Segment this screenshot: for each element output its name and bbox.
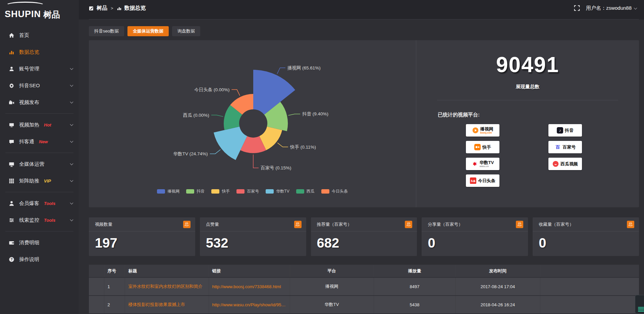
tab-0[interactable]: 抖音seo数据 — [89, 26, 124, 36]
pie-label: 播视网 (65.61%) — [287, 65, 321, 70]
total-impressions-value: 90491 — [416, 52, 639, 77]
table-header-0: 序号 — [104, 265, 125, 277]
sidebar-item-video-heat[interactable]: 视频加热Hot — [0, 117, 79, 133]
cell-platform: 播视网 — [290, 277, 374, 296]
legend-label: 西瓜 — [307, 189, 315, 194]
sidebar: SHUPIN 树品 首页数据总览账号管理抖音SEO视频发布视频加热Hot抖客通N… — [0, 0, 79, 314]
stat-card-2: 推荐量（百家号）总682 — [311, 217, 417, 256]
cell-title[interactable]: 室外水纹灯和室内水纹灯的区别和简介 — [125, 277, 209, 296]
sidebar-item-badge: New — [39, 139, 48, 144]
stat-card-0: 视频数量总197 — [89, 217, 195, 256]
legend-item[interactable]: 抖音 — [186, 189, 205, 194]
platform-badge-xigua: 西瓜视频 — [548, 158, 582, 170]
sidebar-item-data-overview[interactable]: 数据总览 — [0, 44, 79, 60]
sidebar-item-op-guide[interactable]: ?操作说明 — [0, 252, 79, 267]
cell-link[interactable]: http://www.wasu.cn/Play/show/id/952... — [209, 296, 290, 314]
bar-chart-icon — [9, 49, 14, 55]
sliders-icon — [9, 217, 14, 223]
sidebar-item-douketong[interactable]: 抖客通New — [0, 134, 79, 149]
chevron-down-icon — [70, 218, 73, 221]
user-label: 用户名：zswodun88 — [586, 5, 632, 11]
sidebar-item-label: 账号管理 — [19, 66, 39, 72]
sidebar-item-label: 视频发布 — [19, 99, 39, 106]
divider — [437, 100, 618, 100]
legend-item[interactable]: 今日头条 — [321, 189, 348, 194]
cell-plays: 5438 — [374, 296, 455, 314]
sidebar-item-label: 会员爆客 — [19, 200, 39, 207]
sidebar-item-badge: Tools — [44, 201, 55, 206]
sidebar-item-media-operation[interactable]: 全媒体运营 — [0, 156, 79, 172]
legend-label: 今日头条 — [332, 189, 348, 194]
total-badge: 总 — [627, 221, 634, 228]
tab-1[interactable]: 全媒体运营数据 — [127, 26, 169, 36]
tab-2[interactable]: 询盘数据 — [172, 26, 200, 36]
legend-item[interactable]: 百家号 — [236, 189, 259, 194]
video-icon — [9, 100, 14, 105]
platform-badge-baijiahao: 百百家号 — [548, 141, 582, 153]
legend-item[interactable]: 播视网 — [157, 189, 179, 194]
legend-swatch — [296, 189, 304, 194]
stat-card-title: 点赞量 — [206, 221, 219, 227]
stat-card-header: 推荐量（百家号）总 — [311, 217, 417, 231]
pie-label: 百家号 (0.15%) — [261, 165, 291, 170]
sidebar-item-label: 抖音SEO — [19, 83, 40, 89]
pie-label-line — [277, 68, 285, 74]
stat-cards-row: 视频数量总197点赞量总532推荐量（百家号）总682分享量（百家号）总0收藏量… — [89, 217, 639, 256]
pie-slice-4[interactable] — [214, 126, 247, 160]
user-menu[interactable]: 用户名：zswodun88 — [586, 5, 637, 11]
platform-badge-kuaishou: 快手 — [466, 141, 499, 153]
sidebar-item-badge: Hot — [44, 122, 51, 127]
pie-label: 今日头条 (0.00%) — [194, 87, 229, 92]
toutiao-logo: 头条 — [470, 177, 476, 184]
total-badge: 总 — [294, 221, 302, 228]
breadcrumb-separator: > — [111, 6, 113, 11]
legend-item[interactable]: 华数TV — [266, 189, 289, 194]
stat-card-1: 点赞量总532 — [200, 217, 306, 256]
sidebar-item-label: 视频加热 — [19, 122, 39, 128]
platform-sub: wasu.cn — [480, 165, 494, 167]
table-header-4: 播放量 — [374, 265, 455, 277]
breadcrumb-root[interactable]: 树品 — [97, 5, 107, 12]
svg-text:百: 百 — [555, 145, 560, 150]
chevron-down-icon — [70, 83, 73, 87]
table-header-2: 链接 — [209, 265, 290, 277]
stat-card-header: 点赞量总 — [200, 217, 306, 231]
legend-swatch — [236, 189, 245, 194]
sidebar-item-consume-detail[interactable]: 消费明细 — [0, 235, 79, 250]
sidebar-item-matrix-boost[interactable]: 矩阵助推VIP — [0, 173, 79, 189]
kuaishou-logo — [474, 144, 481, 150]
video-table: 序号标题链接平台播放量发布时间 1室外水纹灯和室内水纹灯的区别和简介http:/… — [89, 265, 639, 314]
legend-swatch — [266, 189, 274, 194]
table-row-1: 2楼体投影灯投影效果震撼上市http://www.wasu.cn/Play/sh… — [89, 296, 639, 314]
pie-label-line — [277, 143, 288, 147]
row-select-cell — [89, 296, 104, 314]
legend-item[interactable]: 西瓜 — [296, 189, 315, 194]
sidebar-divider — [5, 153, 73, 153]
legend-item[interactable]: 快手 — [211, 189, 230, 194]
content: 抖音seo数据全媒体运营数据询盘数据 播视网 (65.61%)抖音 (9.40%… — [79, 19, 644, 314]
sidebar-item-video-publish[interactable]: 视频发布 — [0, 95, 79, 110]
sidebar-item-member-bake[interactable]: 会员爆客Tools — [0, 196, 79, 211]
topbar: 树品 > 数据总览 用户名：zswodun88 — [79, 0, 644, 19]
cell-title[interactable]: 楼体投影灯投影效果震撼上市 — [125, 296, 209, 314]
sidebar-item-label: 消费明细 — [19, 240, 39, 246]
sidebar-item-badge: VIP — [44, 178, 51, 184]
baijiahao-logo: 百 — [555, 144, 561, 150]
stat-card-title: 分享量（百家号） — [428, 221, 463, 227]
platform-name: 播视网boosj.com — [480, 127, 493, 134]
legend-swatch — [321, 189, 329, 194]
sidebar-item-account-manage[interactable]: 账号管理 — [0, 61, 79, 76]
douyin-logo: ♪ — [557, 127, 563, 134]
xigua-logo — [552, 161, 559, 167]
sidebar-item-home[interactable]: 首页 — [0, 28, 79, 43]
sidebar-item-label: 线索监控 — [19, 217, 39, 223]
sidebar-item-clue-monitor[interactable]: 线索监控Tools — [0, 212, 79, 228]
cell-link[interactable]: http://www.boosj.com/7338468.html — [209, 277, 290, 296]
cell-time: 2017-08-24 17:04 — [455, 277, 540, 296]
table-header-empty — [540, 265, 639, 277]
fullscreen-icon[interactable] — [574, 5, 580, 11]
legend-swatch — [211, 189, 219, 194]
stat-card-header: 分享量（百家号）总 — [422, 217, 528, 231]
sidebar-item-douyin-seo[interactable]: 抖音SEO — [0, 78, 79, 93]
floating-widget[interactable] — [635, 295, 644, 314]
